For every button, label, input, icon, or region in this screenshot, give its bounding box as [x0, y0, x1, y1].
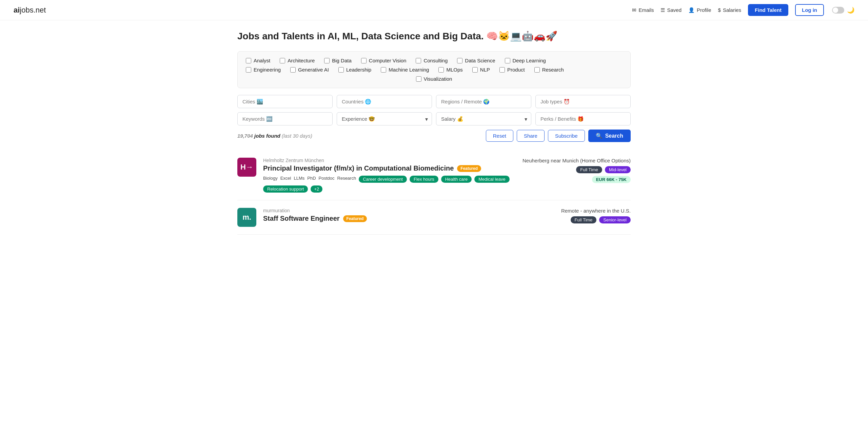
job-level-badge: Mid-level [605, 166, 631, 173]
cat-checkbox-computer-vision[interactable] [361, 58, 367, 63]
theme-toggle-wrap: 🌙 [832, 6, 854, 14]
job-content: Helmholtz Zentrum MünchenPrincipal Inves… [263, 158, 516, 193]
categories-section: AnalystArchitectureBig DataComputer Visi… [237, 51, 631, 88]
cat-item-product[interactable]: Product [499, 67, 525, 73]
search-button[interactable]: 🔍 Search [588, 130, 631, 142]
job-location: Remote - anywhere in the U.S. [561, 208, 631, 214]
job-title: Principal Investigator (f/m/x) in Comput… [263, 164, 516, 172]
cat-checkbox-deep-learning[interactable] [505, 58, 510, 63]
job-list: H→Helmholtz Zentrum MünchenPrincipal Inv… [237, 150, 631, 235]
experience-select[interactable]: Experience 🤓 [337, 112, 432, 125]
cat-item-mlops[interactable]: MLOps [438, 67, 462, 73]
job-salary: EUR 66K - 75K [592, 176, 631, 183]
find-talent-button[interactable]: Find Talent [748, 4, 788, 16]
main-content: Jobs and Talents in AI, ML, Data Science… [231, 20, 637, 245]
cat-checkbox-generative-ai[interactable] [290, 67, 296, 73]
search-icon: 🔍 [596, 133, 603, 139]
reset-button[interactable]: Reset [486, 130, 513, 142]
job-perk: Relocation support [263, 185, 308, 193]
cat-item-generative-ai[interactable]: Generative AI [290, 67, 329, 73]
job-tag: Excel [280, 176, 291, 183]
salary-select[interactable]: Salary 💰 [436, 112, 531, 125]
job-badges: Full TimeSenior-level [571, 216, 631, 223]
job-type-badge: Full Time [576, 166, 602, 173]
cat-item-engineering[interactable]: Engineering [246, 67, 281, 73]
salary-select-wrapper: Salary 💰 [436, 112, 531, 125]
email-icon: ✉ [632, 7, 636, 13]
job-tag: Research [337, 176, 356, 183]
job-type-badge: Full Time [571, 216, 597, 223]
job-perk: Flex hours [410, 176, 438, 183]
cat-item-architecture[interactable]: Architecture [280, 58, 315, 63]
job-perk: Career development [359, 176, 407, 183]
cat-checkbox-analyst[interactable] [246, 58, 251, 63]
job-tag: LLMs [294, 176, 304, 183]
job-meta: Neuherberg near Munich (Home Office Opti… [522, 158, 631, 183]
jobs-found: 19,704 jobs found (last 30 days) [237, 133, 312, 139]
cat-checkbox-nlp[interactable] [472, 67, 478, 73]
cat-item-data-science[interactable]: Data Science [457, 58, 495, 63]
cat-checkbox-research[interactable] [534, 67, 540, 73]
dark-mode-toggle[interactable] [832, 7, 844, 14]
job-card[interactable]: m.murmurationStaff Software EngineerFeat… [237, 200, 631, 235]
countries-input[interactable] [337, 95, 432, 108]
cat-item-analyst[interactable]: Analyst [246, 58, 270, 63]
cities-input[interactable] [237, 95, 333, 108]
subscribe-button[interactable]: Subscribe [548, 130, 585, 142]
nav-saved[interactable]: ☰ Saved [660, 7, 682, 13]
featured-badge: Featured [343, 215, 367, 222]
experience-select-wrapper: Experience 🤓 [337, 112, 432, 125]
share-button[interactable]: Share [517, 130, 545, 142]
cat-item-big-data[interactable]: Big Data [324, 58, 352, 63]
company-logo: H→ [237, 158, 256, 177]
nav-profile[interactable]: 👤 Profile [688, 7, 711, 13]
company-name: Helmholtz Zentrum München [263, 158, 516, 163]
login-button[interactable]: Log in [795, 4, 824, 16]
job-tag: Biology [263, 176, 278, 183]
cat-checkbox-big-data[interactable] [324, 58, 330, 63]
perks-input[interactable] [535, 112, 631, 125]
job-card[interactable]: H→Helmholtz Zentrum MünchenPrincipal Inv… [237, 150, 631, 200]
cat-checkbox-leadership[interactable] [338, 67, 344, 73]
cat-checkbox-engineering[interactable] [246, 67, 251, 73]
nav-salaries[interactable]: $ Salaries [718, 7, 742, 13]
moon-icon: 🌙 [847, 6, 854, 14]
cat-item-visualization[interactable]: Visualization [416, 76, 452, 82]
job-level-badge: Senior-level [599, 216, 631, 223]
cat-checkbox-data-science[interactable] [457, 58, 462, 63]
regions-input[interactable] [436, 95, 531, 108]
cat-checkbox-machine-learning[interactable] [381, 67, 386, 73]
perk-extra: +2 [311, 185, 322, 193]
saved-icon: ☰ [660, 7, 665, 13]
job-location: Neuherberg near Munich (Home Office Opti… [522, 158, 631, 163]
cat-item-research[interactable]: Research [534, 67, 564, 73]
cat-checkbox-visualization[interactable] [416, 76, 421, 82]
nav-emails[interactable]: ✉ Emails [632, 7, 654, 13]
cat-item-consulting[interactable]: Consulting [416, 58, 448, 63]
job-perk: Health care [441, 176, 472, 183]
actions-row: 19,704 jobs found (last 30 days) Reset S… [237, 130, 631, 142]
job-perk: Medical leave [474, 176, 510, 183]
job-tag: Postdoc [319, 176, 335, 183]
cat-item-leadership[interactable]: Leadership [338, 67, 371, 73]
cat-checkbox-architecture[interactable] [280, 58, 285, 63]
job-badges: Full TimeMid-level [576, 166, 631, 173]
action-buttons: Reset Share Subscribe 🔍 Search [486, 130, 631, 142]
page-headline: Jobs and Talents in AI, ML, Data Science… [237, 31, 631, 42]
cat-item-machine-learning[interactable]: Machine Learning [381, 67, 429, 73]
cat-item-computer-vision[interactable]: Computer Vision [361, 58, 407, 63]
jobtypes-input[interactable] [535, 95, 631, 108]
cat-checkbox-product[interactable] [499, 67, 505, 73]
profile-icon: 👤 [688, 7, 695, 13]
cat-item-nlp[interactable]: NLP [472, 67, 490, 73]
job-tags: BiologyExcelLLMsPhDPostdocResearchCareer… [263, 176, 516, 193]
cat-row-2: EngineeringGenerative AILeadershipMachin… [246, 67, 622, 73]
cat-checkbox-mlops[interactable] [438, 67, 444, 73]
cat-item-deep-learning[interactable]: Deep Learning [505, 58, 546, 63]
keywords-input[interactable] [237, 112, 333, 125]
cat-checkbox-consulting[interactable] [416, 58, 421, 63]
company-name: murmuration [263, 208, 529, 213]
salary-icon: $ [718, 7, 721, 13]
company-logo: m. [237, 208, 256, 227]
job-title: Staff Software EngineerFeatured [263, 215, 529, 222]
